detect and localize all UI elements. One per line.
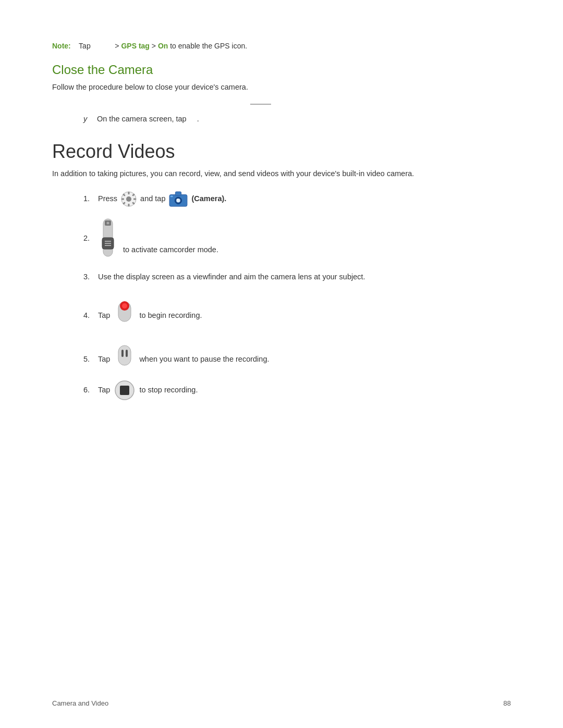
pause-button-icon [114,336,135,367]
svg-point-1 [126,196,131,202]
slide-control-icon [98,217,118,258]
svg-point-25 [122,303,127,309]
svg-rect-5 [133,198,136,200]
record-videos-description: In addition to taking pictures, you can … [52,168,511,180]
close-camera-title: Close the Camera [52,63,511,77]
bullet-text: On the camera screen, tap [97,113,187,125]
close-camera-description: Follow the procedure below to close your… [52,81,511,93]
svg-rect-28 [126,350,128,357]
bullet-letter: y [83,113,90,125]
stop-button-icon [114,380,135,401]
footer-right: 88 [504,699,511,707]
step-1-text-before: Press [98,193,117,205]
note-tap: Tap [79,42,91,50]
step-number-3: 3. [83,271,98,283]
record-button-icon [114,292,135,324]
svg-rect-3 [128,204,130,206]
divider [250,104,271,105]
step-5-text-before: Tap [98,353,110,367]
svg-point-18 [107,221,109,224]
step-1-text-bold: (Camera). [191,193,226,205]
note-gps-tag: GPS tag [121,42,149,50]
note-on: On [158,42,168,50]
note-separator1: > [115,42,119,50]
step-number-6: 6. [83,384,98,396]
step-2-text: to activate camcorder mode. [123,244,218,258]
svg-rect-15 [170,195,173,197]
step-6-text-after: to stop recording. [139,384,198,396]
step-4-content: Tap to begin recording. [98,292,202,324]
svg-rect-30 [120,386,129,395]
note-description: to enable the GPS icon. [170,42,247,50]
note-section: Note: Tap > GPS tag > On to enable the G… [52,42,511,50]
record-videos-title: Record Videos [52,141,511,163]
svg-rect-2 [128,192,130,194]
note-label: Note: [52,42,71,50]
step-1-text-middle: and tap [140,193,165,205]
step-2: 2. to activate camcorder mode. [83,217,511,258]
step-1: 1. Press and tap [83,191,511,207]
step-5: 5. Tap when you want to pause the record… [83,336,511,367]
step-4: 4. Tap to begin recording. [83,292,511,324]
step-6-text-before: Tap [98,384,110,396]
svg-rect-11 [176,191,181,195]
step-number-4: 4. [83,310,98,324]
step-3: 3. Use the display screen as a viewfinde… [83,271,511,283]
footer-left: Camera and Video [52,699,108,707]
step-5-text-after: when you want to pause the recording. [139,353,269,367]
step-number-5: 5. [83,353,98,367]
close-camera-bullet: y On the camera screen, tap . [52,113,511,125]
footer: Camera and Video 88 [52,699,511,707]
step-5-content: Tap when you want to pause the recording… [98,336,269,367]
svg-rect-26 [118,346,131,365]
svg-point-14 [177,199,178,200]
step-3-text: Use the display screen as a viewfinder a… [98,271,365,283]
svg-rect-27 [121,350,124,357]
step-1-content: Press and tap [98,191,226,207]
steps-list: 1. Press and tap [52,191,511,401]
step-4-text-before: Tap [98,310,110,324]
step-6: 6. Tap to stop recording. [83,380,511,401]
step-6-content: Tap to stop recording. [98,380,198,401]
settings-icon [120,191,137,207]
step-2-content: to activate camcorder mode. [98,217,218,258]
note-separator2: > [152,42,158,50]
step-4-text-after: to begin recording. [139,310,202,324]
step-number-2: 2. [83,217,98,244]
camera-icon [168,191,188,207]
svg-rect-4 [121,198,124,200]
step-number-1: 1. [83,193,98,205]
